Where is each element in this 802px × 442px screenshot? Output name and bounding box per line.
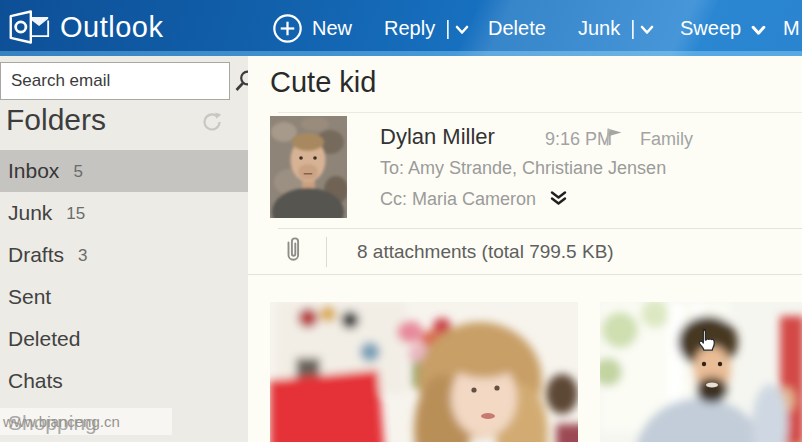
folder-label: Junk: [8, 201, 52, 225]
search-input[interactable]: [1, 71, 232, 91]
watermark: www.bianceng.cn: [0, 408, 172, 435]
message-header: Dylan Miller 9:16 PM Family To: Amy Stra…: [380, 116, 802, 228]
sidebar-item-sent[interactable]: Sent: [0, 276, 248, 318]
junk-divider: |: [630, 17, 635, 40]
cc-recipients[interactable]: Cc: Maria Cameron: [380, 189, 536, 210]
folder-list: Inbox 5 Junk 15 Drafts 3 Sent Deleted Ch…: [0, 150, 248, 442]
folder-count: 15: [66, 202, 85, 224]
toolbar: Outlook New Reply | Delete Junk | Sweep …: [0, 0, 802, 56]
sweep-label: Sweep: [680, 17, 741, 40]
new-plus-icon: [272, 13, 303, 44]
brand-title: Outlook: [60, 11, 163, 44]
sidebar-item-drafts[interactable]: Drafts 3: [0, 234, 248, 276]
sidebar-item-deleted[interactable]: Deleted: [0, 318, 248, 360]
reply-divider: |: [445, 17, 450, 40]
reply-button[interactable]: Reply |: [384, 0, 469, 56]
refresh-icon[interactable]: [200, 110, 224, 138]
search-box[interactable]: [0, 62, 230, 100]
folder-label: Deleted: [8, 327, 80, 351]
folder-label: Drafts: [8, 243, 64, 267]
chevron-down-icon[interactable]: [640, 25, 654, 35]
sidebar-item-chats[interactable]: Chats: [0, 360, 248, 402]
chevron-down-icon: [751, 25, 766, 36]
sender-name[interactable]: Dylan Miller: [380, 124, 495, 150]
reading-pane: Cute kid Dylan Mill: [248, 56, 802, 442]
flag-icon[interactable]: [603, 126, 625, 152]
move-to-label: M: [783, 17, 800, 40]
folder-label: Sent: [8, 285, 51, 309]
outlook-logo-icon: [8, 7, 50, 47]
attachments-bar: 8 attachments (total 799.5 KB): [248, 229, 802, 274]
new-button[interactable]: New: [272, 0, 352, 56]
attachment-photo-man[interactable]: [600, 302, 802, 442]
divider: [278, 112, 802, 113]
delete-label: Delete: [488, 17, 546, 40]
junk-button[interactable]: Junk |: [578, 0, 654, 56]
sweep-button[interactable]: Sweep: [680, 0, 766, 56]
email-subject: Cute kid: [270, 66, 376, 99]
attachment-photo-girl[interactable]: [270, 302, 578, 442]
folders-sidebar: Folders Inbox 5 Junk 15 Drafts 3 Sent De…: [0, 56, 248, 442]
junk-label: Junk: [578, 17, 620, 40]
chevron-down-icon[interactable]: [455, 25, 469, 35]
category-label[interactable]: Family: [640, 129, 693, 150]
folders-header: Folders: [6, 102, 242, 138]
delete-button[interactable]: Delete: [488, 0, 546, 56]
divider: [248, 274, 802, 275]
message-time: 9:16 PM: [545, 129, 612, 150]
new-label: New: [312, 17, 352, 40]
outlook-brand[interactable]: Outlook: [8, 7, 163, 47]
folder-label: Chats: [8, 369, 63, 393]
folder-label: Inbox: [8, 159, 59, 183]
attachments-summary[interactable]: 8 attachments (total 799.5 KB): [357, 241, 614, 263]
attachment-icon[interactable]: [282, 235, 304, 269]
expand-details-icon[interactable]: [550, 191, 567, 210]
move-to-button-clipped[interactable]: M: [783, 0, 800, 56]
folders-title: Folders: [6, 103, 106, 137]
folder-count: 5: [73, 160, 82, 182]
sidebar-item-junk[interactable]: Junk 15: [0, 192, 248, 234]
reply-label: Reply: [384, 17, 435, 40]
cc-row: Cc: Maria Cameron: [380, 188, 567, 210]
sender-avatar[interactable]: [270, 116, 347, 218]
to-recipients[interactable]: To: Amy Strande, Christiane Jensen: [380, 158, 666, 179]
sidebar-item-inbox[interactable]: Inbox 5: [0, 150, 248, 192]
vertical-divider: [326, 237, 327, 267]
folder-count: 3: [78, 244, 87, 266]
